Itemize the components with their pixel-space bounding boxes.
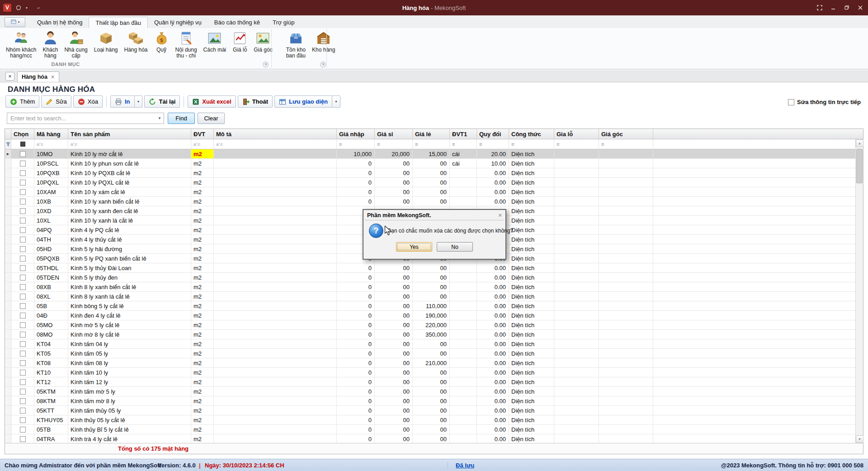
ribbon-tab-setup[interactable]: Thiết lập ban đầu (89, 17, 147, 28)
row-checkbox[interactable] (20, 351, 26, 357)
find-button[interactable]: Find (168, 113, 195, 124)
edit-button[interactable]: Sửa (41, 95, 71, 108)
grid-row-KT12[interactable]: KT12Kính tấm 12 lym2000000.00Diện tích (5, 377, 855, 387)
grid-row-08XB[interactable]: 08XBKính 8 ly xanh biển cắt lẻm2000000.0… (5, 282, 855, 292)
filter-cell-cong_thuc[interactable]: = (509, 139, 554, 149)
indeterminate-checkbox-icon[interactable] (20, 142, 25, 147)
cell-chon[interactable] (11, 387, 34, 396)
no-button[interactable]: No (437, 242, 473, 252)
column-header-ten[interactable]: Tên sản phẩm (68, 129, 191, 139)
cell-chon[interactable] (11, 415, 34, 424)
column-header-ma[interactable]: Mã hàng (34, 129, 68, 139)
cell-chon[interactable] (11, 244, 34, 253)
cell-chon[interactable] (11, 301, 34, 310)
filter-cell-mota[interactable]: a□c (214, 139, 337, 149)
column-header-chon[interactable]: Chọn (11, 129, 34, 139)
cell-chon[interactable] (11, 254, 34, 263)
tab-close-icon[interactable]: ✕ (51, 74, 55, 80)
delete-button[interactable]: Xóa (73, 95, 103, 108)
row-checkbox[interactable] (20, 436, 26, 442)
column-header-gia_le[interactable]: Giá lẻ (413, 129, 450, 139)
cell-chon[interactable] (11, 434, 34, 443)
filter-cell-gia_si[interactable]: = (375, 139, 413, 149)
ribbon-menu-button[interactable]: ▾ (5, 17, 25, 27)
row-checkbox[interactable] (20, 417, 26, 423)
group-launcher-icon[interactable] (320, 62, 326, 67)
row-checkbox[interactable] (20, 189, 26, 195)
grid-row-10PSCL[interactable]: 10PSCLKính 10 ly phun sơn cắt lẻm200000c… (5, 159, 855, 168)
cell-chon[interactable] (11, 349, 34, 358)
ribbon-tab-operations[interactable]: Quản lý nghiệp vụ (148, 17, 208, 28)
row-checkbox[interactable] (20, 398, 26, 404)
grid-row-KT05[interactable]: KT05Kính tấm 05 lym2000000.00Diện tích (5, 349, 855, 358)
grid-row-KT08[interactable]: KT08Kính tấm 08 lym2000210,0000.00Diện t… (5, 358, 855, 368)
clear-button[interactable]: Clear (198, 113, 225, 124)
grid-row-05THDL[interactable]: 05THDLKính 5 ly thủy Đài Loanm2000000.00… (5, 263, 855, 273)
reload-button[interactable]: Tải lại (144, 95, 180, 108)
close-icon[interactable] (857, 5, 863, 11)
grid-row-10PQXL[interactable]: 10PQXLKính 10 ly PQXL cắt lẻm2000000.00D… (5, 178, 855, 187)
tabstrip-close-button[interactable]: × (5, 72, 14, 81)
cell-chon[interactable] (11, 339, 34, 348)
print-dropdown[interactable]: ▼ (134, 95, 143, 108)
export-excel-button[interactable]: Xuất excel (188, 95, 236, 108)
cell-chon[interactable] (11, 311, 34, 320)
row-checkbox[interactable] (20, 151, 26, 157)
grid-row-08KTM[interactable]: 08KTMKính tấm mờ 8 lym2000000.00Diện tíc… (5, 396, 855, 406)
scroll-up-icon[interactable]: ▲ (856, 139, 863, 147)
cell-chon[interactable] (11, 225, 34, 234)
cell-chon[interactable] (11, 178, 34, 187)
ribbon-item-warehouse[interactable]: Kho hàng (309, 30, 338, 54)
ribbon-item-fund[interactable]: $Quỹ (151, 30, 172, 54)
column-header-gia_goc[interactable]: Giá góc (599, 129, 653, 139)
search-input[interactable] (7, 113, 164, 124)
row-checkbox[interactable] (20, 237, 26, 243)
ribbon-tab-system[interactable]: Quản trị hệ thống (31, 17, 89, 28)
cell-chon[interactable] (11, 263, 34, 272)
customize-toolbar-icon[interactable]: ⌐ (38, 5, 40, 10)
cell-chon[interactable] (11, 197, 34, 206)
restore-icon[interactable] (844, 5, 850, 11)
row-checkbox[interactable] (20, 265, 26, 271)
row-checkbox[interactable] (20, 427, 26, 433)
cell-chon[interactable] (11, 377, 34, 386)
cell-chon[interactable] (11, 282, 34, 291)
row-checkbox[interactable] (20, 313, 26, 319)
filter-cell-dvt[interactable]: a□c (191, 139, 214, 149)
cell-chon[interactable] (11, 235, 34, 244)
record-circle-icon[interactable] (15, 4, 22, 11)
row-checkbox[interactable] (20, 294, 26, 300)
grid-row-KT10[interactable]: KT10Kính tấm 10 lym2000000.00Diện tích (5, 368, 855, 377)
row-checkbox[interactable] (20, 408, 26, 414)
cell-chon[interactable] (11, 320, 34, 329)
scroll-down-icon[interactable]: ▼ (856, 435, 863, 443)
row-checkbox[interactable] (20, 379, 26, 385)
exit-button[interactable]: Thoát (238, 95, 273, 108)
row-checkbox[interactable] (20, 275, 26, 281)
grid-row-05B[interactable]: 05BKính bông 5 ly cắt lẻm2000110,0000.00… (5, 301, 855, 311)
row-checkbox[interactable] (20, 170, 26, 176)
ribbon-item-price-corner[interactable]: Giá góc (250, 30, 275, 54)
ribbon-item-customer[interactable]: Kháchhàng (39, 30, 61, 60)
column-header-dvt1[interactable]: ĐVT1 (450, 129, 477, 139)
grid-row-05MO[interactable]: 05MOKính mờ 5 ly cắt lẻm2000220,0000.00D… (5, 320, 855, 330)
inline-edit-checkbox[interactable]: Sửa thông tin trực tiếp (788, 99, 861, 105)
ribbon-item-price-loss[interactable]: Giá lỗ (229, 30, 250, 54)
ribbon-tab-reports[interactable]: Báo cáo thống kê (208, 17, 266, 28)
row-checkbox[interactable] (20, 370, 26, 376)
grid-row-10PQXB[interactable]: 10PQXBKính 10 ly PQXB cắt lẻm2000000.00D… (5, 168, 855, 178)
ribbon-item-initial-stock[interactable]: Tồn khoban đầu (283, 30, 309, 60)
column-header-gia_si[interactable]: Giá sỉ (375, 129, 413, 139)
cell-chon[interactable] (11, 206, 34, 215)
grid-row-08XL[interactable]: 08XLKính 8 ly xanh lá cắt lẻm2000000.00D… (5, 292, 855, 301)
column-header-gia_lo[interactable]: Gia lỗ (554, 129, 599, 139)
row-checkbox[interactable] (20, 180, 26, 186)
filter-cell-dvt1[interactable]: = (450, 139, 477, 149)
grid-row-10MO[interactable]: ►10MOKính 10 ly mờ cắt lẻm210,00020,0001… (5, 149, 855, 159)
row-checkbox[interactable] (20, 227, 26, 233)
vertical-scrollbar[interactable]: ▲ ▼ (855, 139, 863, 443)
grid-row-10XB[interactable]: 10XBKính 10 ly xanh biển cắt lẻm2000000.… (5, 197, 855, 206)
column-header-mota[interactable]: Mô tả (214, 129, 337, 139)
cell-chon[interactable] (11, 168, 34, 177)
fullscreen-icon[interactable] (816, 5, 823, 11)
